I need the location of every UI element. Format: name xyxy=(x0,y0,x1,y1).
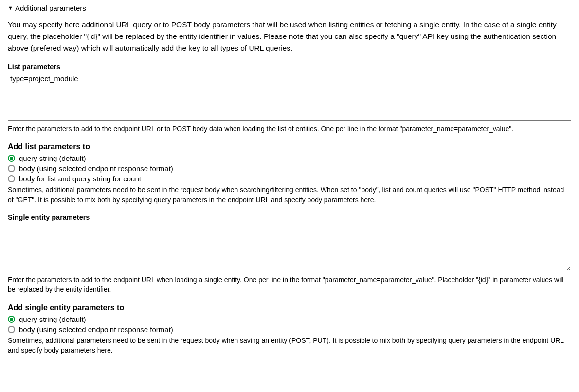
list-params-help: Enter the parameters to add to the endpo… xyxy=(8,124,571,134)
radio-icon xyxy=(8,326,15,333)
radio-label: body for list and query string for count xyxy=(19,175,141,183)
radio-icon xyxy=(8,155,15,162)
radio-icon xyxy=(8,175,15,182)
radio-label: body (using selected endpoint response f… xyxy=(19,164,173,173)
list-target-option-body[interactable]: body (using selected endpoint response f… xyxy=(8,164,571,173)
list-target-option-query[interactable]: query string (default) xyxy=(8,154,571,162)
radio-icon xyxy=(8,316,15,323)
single-params-help: Enter the parameters to add to the endpo… xyxy=(8,275,571,295)
single-target-label: Add single entity parameters to xyxy=(8,303,571,312)
single-target-option-query[interactable]: query string (default) xyxy=(8,315,571,323)
single-target-help: Sometimes, additional parameters need to… xyxy=(8,336,571,356)
radio-icon xyxy=(8,165,15,172)
radio-label: body (using selected endpoint response f… xyxy=(19,325,173,334)
caret-down-icon: ▼ xyxy=(8,5,13,11)
list-params-label: List parameters xyxy=(8,63,571,71)
list-target-option-mixed[interactable]: body for list and query string for count xyxy=(8,175,571,183)
section-toggle[interactable]: ▼ Additional parameters xyxy=(8,4,571,12)
list-params-textarea[interactable] xyxy=(8,72,571,121)
additional-parameters-panel: ▼ Additional parameters You may specify … xyxy=(0,0,579,365)
single-target-option-body[interactable]: body (using selected endpoint response f… xyxy=(8,325,571,334)
list-target-label: Add list parameters to xyxy=(8,143,571,151)
radio-label: query string (default) xyxy=(19,154,86,162)
single-params-textarea[interactable] xyxy=(8,223,571,271)
section-description: You may specify here additional URL quer… xyxy=(8,19,571,54)
radio-label: query string (default) xyxy=(19,315,86,323)
section-title: Additional parameters xyxy=(15,4,86,12)
single-params-label: Single entity parameters xyxy=(8,214,571,221)
list-target-help: Sometimes, additional parameters need to… xyxy=(8,185,571,205)
